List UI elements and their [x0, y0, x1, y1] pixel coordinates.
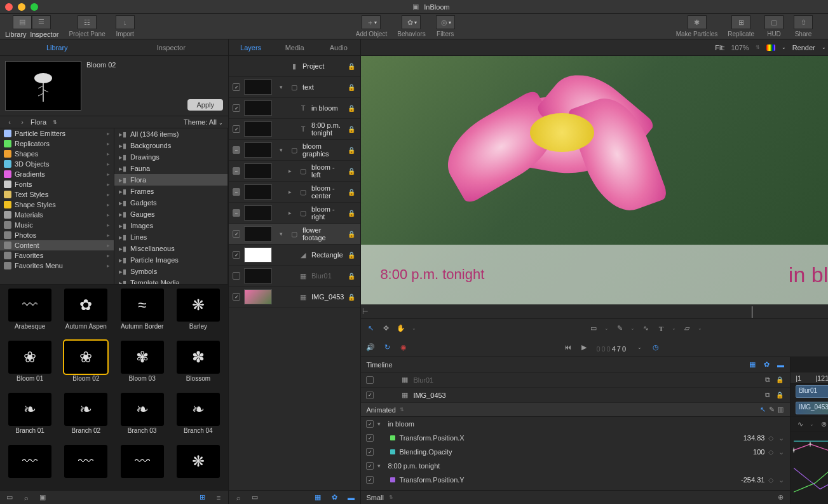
size-menu[interactable]: Small [366, 494, 384, 501]
disclosure-icon[interactable]: ▸ [288, 168, 295, 174]
kf-menu-icon[interactable]: ⌄ [778, 448, 785, 456]
tab-media[interactable]: Media [273, 39, 316, 55]
share-button[interactable]: ⇧ [794, 15, 813, 29]
search-icon[interactable]: ⌕ [22, 493, 31, 502]
visibility-checkbox[interactable] [233, 272, 240, 280]
visibility-checkbox[interactable]: − [233, 209, 240, 217]
lock-icon[interactable]: 🔒 [348, 168, 356, 175]
audio-icon[interactable]: ∿ [796, 420, 804, 429]
enable-checkbox[interactable] [366, 420, 374, 428]
mini-timeline[interactable]: ⊢ ⊣ [361, 304, 828, 318]
thumb-item-12[interactable]: 〰 [4, 445, 56, 486]
lock-icon[interactable]: 🔒 [348, 210, 356, 217]
thumb-item-13[interactable]: 〰 [60, 445, 112, 486]
category-photos[interactable]: Photos▸ [0, 230, 114, 240]
thumb-branch-01[interactable]: ❧Branch 01 [4, 393, 56, 441]
category-favorites-menu[interactable]: Favorites Menu▸ [0, 261, 114, 271]
visibility-checkbox[interactable] [233, 83, 240, 91]
category-3d-objects[interactable]: 3D Objects▸ [0, 159, 114, 169]
window-minimize[interactable] [18, 3, 25, 11]
clip-blur01[interactable]: Blur01 [796, 385, 828, 398]
loop-icon[interactable]: ↻ [383, 343, 391, 351]
frame-icon[interactable]: ▭ [250, 493, 259, 502]
link-icon[interactable]: ⧉ [763, 391, 772, 400]
subcategory-symbols[interactable]: ▸▮Symbols [114, 266, 227, 277]
tab-audio[interactable]: Audio [316, 39, 360, 55]
lock-icon[interactable]: 🔒 [348, 84, 356, 91]
visibility-checkbox[interactable]: − [233, 146, 240, 154]
visibility-checkbox[interactable] [233, 104, 240, 112]
lock-icon[interactable]: 🔒 [348, 147, 356, 154]
visibility-checkbox[interactable] [233, 125, 240, 133]
mask-icon[interactable]: ▦ [313, 493, 322, 502]
subcategory-gauges[interactable]: ▸▮Gauges [114, 208, 227, 220]
tab-library[interactable]: Library [0, 39, 114, 55]
delete-kf-icon[interactable]: ⊗ [819, 420, 828, 429]
tab-inspector[interactable]: Inspector [114, 39, 229, 55]
category-particle-emitters[interactable]: Particle Emitters▸ [0, 128, 114, 139]
behaviors-button[interactable]: ✿▾ [402, 15, 421, 29]
nav-back-icon[interactable]: ‹ [5, 118, 14, 126]
window-zoom[interactable] [31, 3, 38, 11]
new-folder-icon[interactable]: ▣ [38, 493, 47, 502]
clip-img_0453[interactable]: IMG_0453 [796, 402, 828, 414]
tc-mode-icon[interactable]: ⌄ [635, 343, 644, 351]
clip-icon[interactable]: ▬ [346, 493, 355, 502]
window-close[interactable] [5, 3, 13, 11]
subcategory-frames[interactable]: ▸▮Frames [114, 186, 227, 197]
make-particles-button[interactable]: ✱ [688, 15, 707, 29]
disclosure-icon[interactable]: ▸ [288, 189, 295, 195]
lock-icon[interactable]: 🔒 [776, 376, 785, 383]
disclosure-icon[interactable]: ▾ [280, 84, 286, 90]
enable-checkbox[interactable] [366, 448, 374, 456]
hud-button[interactable]: ▢ [764, 15, 784, 29]
thumb-bloom-02[interactable]: ❀Bloom 02 [60, 341, 112, 389]
category-music[interactable]: Music▸ [0, 220, 114, 230]
record-icon[interactable]: ◉ [399, 343, 408, 351]
visibility-checkbox[interactable] [366, 376, 374, 384]
thumb-bloom-01[interactable]: ❀Bloom 01 [4, 341, 56, 389]
kf-menu-icon[interactable]: ⌄ [778, 434, 785, 442]
list-view-icon[interactable]: ≡ [214, 493, 223, 502]
thumb-branch-04[interactable]: ❧Branch 04 [172, 393, 224, 441]
subcategory-images[interactable]: ▸▮Images [114, 220, 227, 231]
thumb-branch-02[interactable]: ❧Branch 02 [60, 393, 112, 441]
subcategory-particle-images[interactable]: ▸▮Particle Images [114, 254, 227, 266]
enable-checkbox[interactable] [366, 434, 374, 442]
layer-blur01[interactable]: ▦Blur01🔒 [229, 266, 360, 287]
thumb-autumn-aspen[interactable]: ✿Autumn Aspen [60, 289, 112, 337]
text-tool-icon[interactable]: T [656, 324, 665, 333]
curve-editor[interactable] [791, 432, 828, 504]
disclosure-icon[interactable]: ▾ [377, 463, 384, 469]
layer-rectangle[interactable]: ◢Rectangle🔒 [229, 245, 360, 266]
lock-icon[interactable]: 🔒 [348, 105, 356, 112]
layer-bloom-right[interactable]: −▸▢bloom - right🔒 [229, 203, 360, 224]
pencil-icon[interactable]: ✎ [767, 405, 776, 414]
3d-transform-icon[interactable]: ✥ [381, 324, 390, 333]
visibility-checkbox[interactable] [233, 293, 240, 301]
inspector-toggle[interactable]: ☰ [32, 15, 51, 29]
thumb-branch-03[interactable]: ❧Branch 03 [116, 393, 168, 441]
grid-view-icon[interactable]: ⊞ [198, 493, 207, 502]
disclosure-icon[interactable]: ▸ [288, 210, 295, 216]
channels-icon[interactable] [766, 44, 775, 51]
visibility-checkbox[interactable]: − [233, 188, 240, 196]
library-toggle[interactable]: ▤ [13, 15, 32, 29]
canvas[interactable]: 8:00 p.m. tonight in bloom [361, 56, 828, 304]
layer-8-00-p-m-tonight[interactable]: T8:00 p.m. tonight🔒 [229, 119, 360, 140]
subcategory-flora[interactable]: ▸▮Flora [114, 174, 227, 186]
lock-icon[interactable]: 🔒 [348, 63, 356, 70]
lock-icon[interactable]: 🔒 [348, 294, 356, 301]
disclosure-icon[interactable]: ▾ [280, 231, 286, 237]
paint-tool-icon[interactable]: ✎ [615, 324, 624, 333]
thumb-arabesque[interactable]: 〰Arabesque [4, 289, 56, 337]
category-materials[interactable]: Materials▸ [0, 210, 114, 220]
subcategory-lines[interactable]: ▸▮Lines [114, 231, 227, 243]
prop-8-00-p-m-tonight[interactable]: ▾8:00 p.m. tonight [361, 459, 790, 473]
layer-bloom-left[interactable]: −▸▢bloom - left🔒 [229, 161, 360, 182]
enable-checkbox[interactable] [366, 476, 374, 484]
zoom-in-icon[interactable]: ⊕ [776, 493, 785, 502]
apply-button[interactable]: Apply [187, 99, 223, 111]
import-button[interactable]: ↓ [116, 15, 135, 29]
path-icon[interactable]: ▭ [5, 493, 14, 502]
